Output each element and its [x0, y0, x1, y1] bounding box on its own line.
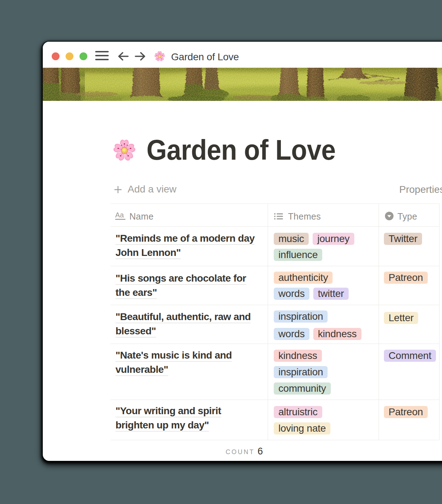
svg-text:Aa: Aa [115, 212, 124, 219]
